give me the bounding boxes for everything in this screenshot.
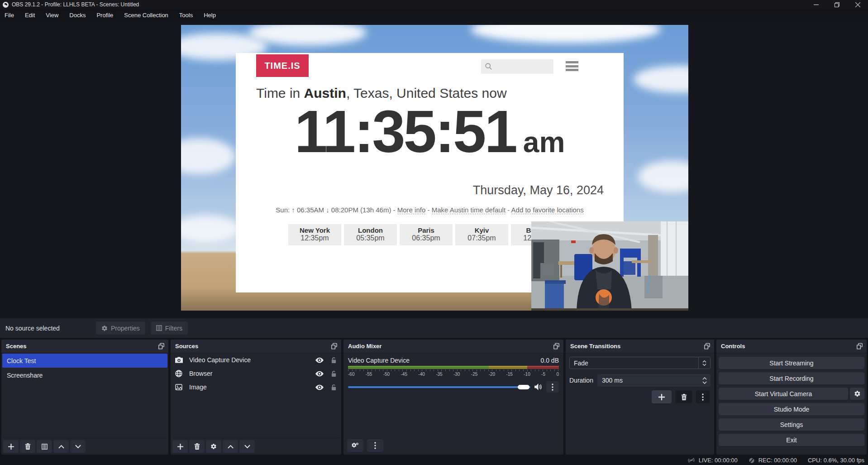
rec-timecode: REC: 00:00:00 <box>758 457 797 464</box>
more-info-link[interactable]: More info <box>397 206 426 214</box>
advanced-audio-button[interactable] <box>347 439 363 452</box>
popout-icon[interactable] <box>158 343 165 350</box>
menu-tools[interactable]: Tools <box>174 9 198 21</box>
city-box[interactable]: New York12:35pm <box>288 224 341 245</box>
settings-button[interactable]: Settings <box>719 418 864 431</box>
menu-profile[interactable]: Profile <box>91 9 119 21</box>
remove-scene-button[interactable] <box>20 440 35 453</box>
spin-up-icon[interactable] <box>702 377 707 380</box>
unlock-icon[interactable] <box>331 384 337 391</box>
city-box[interactable]: London05:35pm <box>344 224 397 245</box>
transition-select[interactable]: Fade <box>569 357 711 369</box>
visibility-eye-icon[interactable] <box>315 357 324 363</box>
move-source-down-button[interactable] <box>239 440 255 453</box>
popout-icon[interactable] <box>331 343 338 350</box>
popout-icon[interactable] <box>704 343 711 350</box>
virtual-camera-settings-button[interactable] <box>850 388 864 400</box>
start-recording-button[interactable]: Start Recording <box>719 372 864 384</box>
audio-mixer-dock: Audio Mixer Video Capture Device 0.0 dB … <box>343 340 563 455</box>
start-virtual-camera-button[interactable]: Start Virtual Camera <box>719 388 848 400</box>
double-gear-icon <box>351 442 359 449</box>
popout-icon[interactable] <box>553 343 560 350</box>
move-source-up-button[interactable] <box>223 440 238 453</box>
kebab-dots-icon <box>702 393 704 401</box>
program-preview[interactable]: TIME.IS Time in Austin, Texas, United St… <box>181 25 688 311</box>
visibility-eye-icon[interactable] <box>315 384 324 390</box>
scenes-dock-header[interactable]: Scenes <box>1 340 168 353</box>
close-button[interactable] <box>847 0 868 9</box>
add-scene-button[interactable] <box>3 440 19 453</box>
audio-mixer-dock-header[interactable]: Audio Mixer <box>343 340 563 353</box>
transition-options-button[interactable] <box>696 390 710 403</box>
controls-dock: Controls Start Streaming Start Recording… <box>716 340 867 455</box>
mixer-channel-db: 0.0 dB <box>541 357 559 364</box>
sources-dock-header[interactable]: Sources <box>171 340 341 353</box>
menu-view[interactable]: View <box>40 9 64 21</box>
unlock-icon[interactable] <box>331 370 337 377</box>
restore-button[interactable] <box>826 0 847 9</box>
source-properties-button[interactable] <box>206 440 221 453</box>
meter-scale: -60-55-50-45-40-35-30-25-20-15-10-50 <box>348 372 559 377</box>
menu-scene-collection[interactable]: Scene Collection <box>119 9 174 21</box>
menu-file[interactable]: File <box>0 9 19 21</box>
speaker-icon[interactable] <box>534 384 542 390</box>
kebab-dots-icon <box>552 384 553 391</box>
add-source-button[interactable] <box>172 440 188 453</box>
obs-logo-icon <box>3 2 9 8</box>
timeis-search-input[interactable] <box>481 59 553 74</box>
gear-icon <box>854 390 861 397</box>
cloud <box>471 25 661 43</box>
source-row-video-capture[interactable]: Video Capture Device <box>171 353 341 367</box>
menu-edit[interactable]: Edit <box>19 9 40 21</box>
scene-item-clock-test[interactable]: Clock Test <box>2 354 167 368</box>
filters-button[interactable]: Filters <box>151 321 188 335</box>
source-row-browser[interactable]: Browser <box>171 367 341 380</box>
minimize-button[interactable] <box>806 0 826 9</box>
move-scene-down-button[interactable] <box>70 440 86 453</box>
spin-down-icon[interactable] <box>702 381 707 384</box>
remove-source-button[interactable] <box>189 440 205 453</box>
properties-button[interactable]: Properties <box>96 321 145 335</box>
scene-transitions-dock-header[interactable]: Scene Transitions <box>566 340 714 353</box>
menu-help[interactable]: Help <box>198 9 221 21</box>
cloud <box>249 25 367 45</box>
duration-spinbox[interactable]: 300 ms <box>597 374 711 387</box>
no-source-status: No source selected <box>5 325 96 332</box>
unlock-icon[interactable] <box>331 357 337 364</box>
make-default-link[interactable]: Make Austin time default <box>432 206 506 214</box>
timeis-logo[interactable]: TIME.IS <box>256 54 309 77</box>
mixer-channel-header: Video Capture Device 0.0 dB <box>343 353 563 366</box>
plus-icon <box>177 444 183 450</box>
move-scene-up-button[interactable] <box>53 440 69 453</box>
cloud <box>638 161 688 192</box>
menu-docks[interactable]: Docks <box>64 9 91 21</box>
city-box[interactable]: Kyiv07:35pm <box>455 224 508 245</box>
add-favorite-link[interactable]: Add to favorite locations <box>511 206 584 214</box>
camera-icon <box>175 357 183 363</box>
volume-slider-handle[interactable] <box>518 385 529 389</box>
scene-filters-button[interactable] <box>37 440 52 453</box>
visibility-eye-icon[interactable] <box>315 371 324 377</box>
studio-mode-button[interactable]: Studio Mode <box>719 403 864 415</box>
mixer-options-button[interactable] <box>367 439 383 452</box>
cpu-fps-stats: CPU: 0.6%, 30.00 fps <box>808 457 864 464</box>
popout-icon[interactable] <box>856 343 863 350</box>
add-transition-button[interactable] <box>652 390 672 403</box>
city-box[interactable]: Paris06:35pm <box>400 224 453 245</box>
mixer-menu-button[interactable] <box>546 381 559 393</box>
globe-icon <box>175 370 182 377</box>
scene-item-screenshare[interactable]: Screenshare <box>2 368 167 382</box>
plus-icon <box>658 394 665 400</box>
source-row-image[interactable]: Image <box>171 380 341 394</box>
chevron-down-icon <box>244 445 250 449</box>
remove-transition-button[interactable] <box>675 390 692 403</box>
hamburger-menu-icon[interactable] <box>566 61 578 71</box>
mixer-channel-name: Video Capture Device <box>348 357 410 364</box>
source-toolbar: No source selected Properties Filters <box>0 318 868 338</box>
start-streaming-button[interactable]: Start Streaming <box>719 357 864 369</box>
meridiem: am <box>523 125 565 159</box>
controls-dock-header[interactable]: Controls <box>716 340 867 353</box>
gear-icon <box>210 443 217 450</box>
volume-slider[interactable] <box>348 386 530 388</box>
exit-button[interactable]: Exit <box>719 434 864 446</box>
